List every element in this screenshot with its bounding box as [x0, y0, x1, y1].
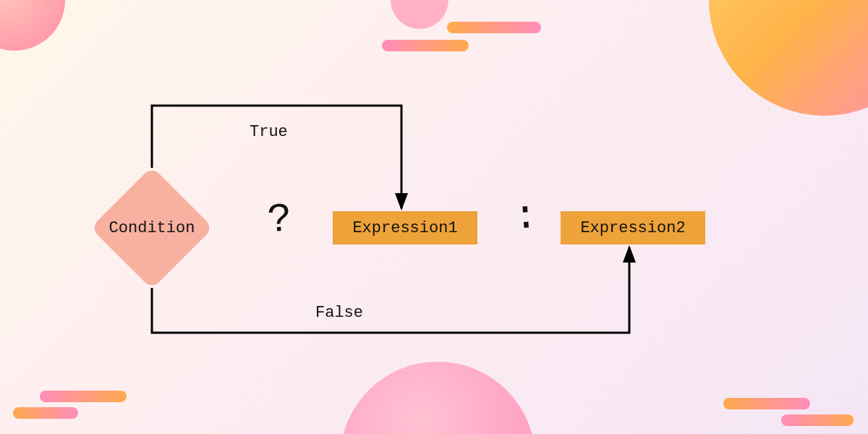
- decor-pill: [40, 391, 127, 402]
- true-edge-label: True: [250, 123, 288, 141]
- question-mark-symbol: ?: [266, 196, 294, 244]
- decor-circle: [709, 0, 868, 116]
- expression1-node: Expression1: [333, 211, 477, 244]
- colon-symbol: :: [512, 193, 536, 241]
- decor-pill: [723, 398, 810, 409]
- decor-pill: [382, 40, 469, 51]
- decor-pill: [13, 407, 78, 419]
- expression2-node: Expression2: [561, 211, 705, 244]
- expression1-label: Expression1: [352, 219, 457, 237]
- false-path: [152, 247, 629, 333]
- decor-circle: [391, 0, 448, 29]
- diagram-canvas: Condition ? Expression1 : Expression2 Tr…: [0, 0, 868, 434]
- false-edge-label: False: [315, 304, 363, 322]
- condition-node: Condition: [90, 166, 213, 289]
- decor-circle: [0, 0, 65, 51]
- decor-pill: [447, 22, 541, 33]
- expression2-label: Expression2: [580, 219, 685, 237]
- condition-label: Condition: [90, 166, 213, 289]
- decor-pill: [781, 414, 854, 426]
- decor-circle: [340, 362, 535, 434]
